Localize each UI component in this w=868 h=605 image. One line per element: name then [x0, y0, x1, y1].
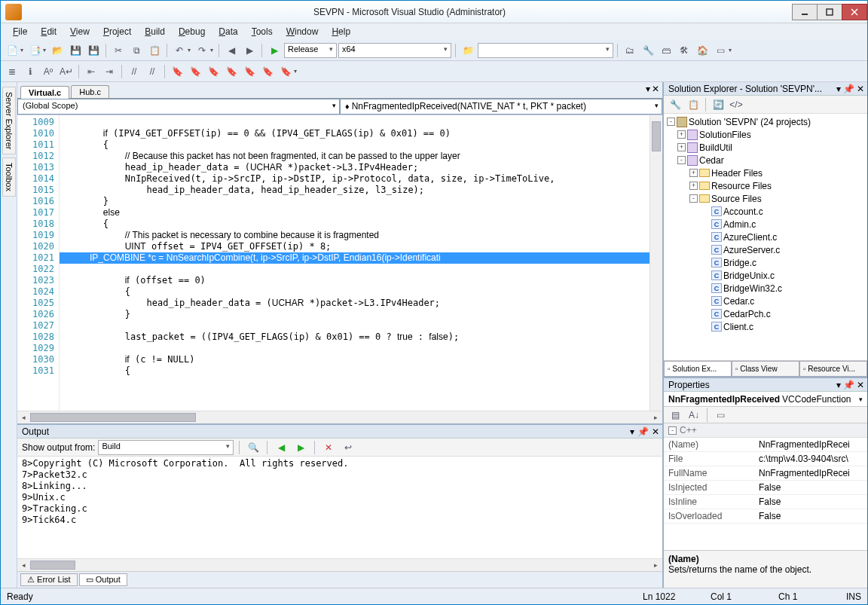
output-pin-icon[interactable]: 📌 [637, 426, 649, 437]
solution-tree[interactable]: -Solution 'SEVPN' (24 projects)+Solution… [664, 114, 867, 360]
object-browser-icon[interactable]: 🗃 [658, 42, 674, 59]
menu-file[interactable]: File [7, 25, 33, 38]
quick-info-icon[interactable]: ℹ [22, 63, 38, 80]
horizontal-scrollbar[interactable]: ◂▸ [17, 411, 662, 423]
output-dropdown-icon[interactable]: ▾ [630, 426, 634, 437]
open-icon[interactable]: 📂 [49, 42, 66, 59]
bookmark-next-folder-icon[interactable]: 🔖 [241, 63, 258, 80]
tree-solution[interactable]: -Solution 'SEVPN' (24 projects) [665, 115, 866, 128]
props-dropdown-icon[interactable]: ▾ [836, 380, 841, 390]
save-all-icon[interactable]: 💾 [85, 42, 102, 59]
toolbox-icon[interactable]: 🛠 [676, 42, 692, 59]
props-close-icon[interactable]: ✕ [857, 380, 864, 390]
bookmark-prev-folder-icon[interactable]: 🔖 [223, 63, 240, 80]
find-in-files-icon[interactable]: 📁 [460, 42, 476, 59]
menu-project[interactable]: Project [97, 25, 137, 38]
copy-icon[interactable]: ⧉ [128, 42, 145, 59]
tree-proj-solutionfiles[interactable]: +SolutionFiles [665, 128, 866, 141]
menu-debug[interactable]: Debug [173, 25, 211, 38]
props-pages-icon[interactable]: ▭ [712, 407, 729, 423]
properties-object-combo[interactable]: NnFragmentedIpReceived VCCodeFunction ▾ [664, 392, 867, 407]
redo-icon[interactable]: ↷ [194, 42, 210, 59]
complete-word-icon[interactable]: A↵ [58, 63, 75, 80]
menu-edit[interactable]: Edit [35, 25, 63, 38]
tree-proj-cedar[interactable]: -Cedar [665, 154, 866, 167]
menu-help[interactable]: Help [326, 25, 356, 38]
bottom-tab-output[interactable]: ▭ Output [79, 573, 127, 586]
prop-row[interactable]: IsInjectedFalse [664, 481, 867, 495]
props-alpha-icon[interactable]: A↓ [686, 407, 702, 423]
right-tab-0[interactable]: ▫ Solution Ex... [664, 361, 732, 377]
active-files-dropdown-icon[interactable]: ▾ [646, 84, 650, 94]
minimize-button[interactable] [792, 4, 818, 20]
se-properties-icon[interactable]: 🔧 [667, 96, 683, 113]
scope-left-combo[interactable]: (Global Scope) [17, 99, 340, 115]
bookmark-prev-icon[interactable]: 🔖 [187, 63, 203, 80]
menu-window[interactable]: Window [280, 25, 325, 38]
toolbox-tab[interactable]: Toolbox [2, 157, 16, 197]
tree-file-cedar-c[interactable]: CCedar.c [665, 295, 866, 307]
right-tab-1[interactable]: ▫ Class View [732, 361, 799, 377]
add-item-icon[interactable]: 📑 [26, 42, 43, 59]
menu-view[interactable]: View [64, 25, 96, 38]
menu-build[interactable]: Build [139, 25, 171, 38]
save-icon[interactable]: 💾 [67, 42, 84, 59]
tree-file-bridge-c[interactable]: CBridge.c [665, 256, 866, 269]
bookmark-next-icon[interactable]: 🔖 [205, 63, 222, 80]
bookmark-clear-icon[interactable]: 🔖 [259, 63, 276, 80]
output-body[interactable]: 8>Copyright (C) Microsoft Corporation. A… [17, 457, 662, 558]
tree-file-azureclient-c[interactable]: CAzureClient.c [665, 231, 866, 243]
platform-combo[interactable]: x64 [338, 43, 451, 58]
code-editor[interactable]: 1009 1010 1011 1012 1013 1014 1015 1016 … [17, 115, 662, 411]
param-info-icon[interactable]: Aº [40, 63, 57, 80]
se-pin-icon[interactable]: 📌 [843, 84, 854, 94]
output-prev-icon[interactable]: ◀ [273, 439, 289, 456]
prop-row[interactable]: IsInlineFalse [664, 495, 867, 509]
comment-icon[interactable]: // [126, 63, 142, 80]
output-find-icon[interactable]: 🔍 [245, 439, 261, 456]
se-close-icon[interactable]: ✕ [857, 84, 864, 94]
output-hscroll[interactable]: ◂▸ [17, 558, 662, 571]
prop-row[interactable]: FullNameNnFragmentedIpRecei [664, 466, 867, 481]
se-show-all-icon[interactable]: 📋 [685, 96, 701, 113]
bookmark-misc-icon[interactable]: 🔖 [277, 63, 294, 80]
start-page-icon[interactable]: 🏠 [694, 42, 711, 59]
vertical-scrollbar[interactable] [649, 115, 662, 411]
bookmark-toggle-icon[interactable]: 🔖 [169, 63, 185, 80]
se-dropdown-icon[interactable]: ▾ [836, 84, 841, 94]
tree-proj-buildutil[interactable]: +BuildUtil [665, 141, 866, 154]
properties-grid[interactable]: -C++(Name)NnFragmentedIpReceiFilec:\tmp\… [664, 423, 867, 550]
props-categorized-icon[interactable]: ▤ [667, 407, 683, 423]
doc-tab-hub-c[interactable]: Hub.c [71, 85, 109, 98]
tree-file-bridgeunix-c[interactable]: CBridgeUnix.c [665, 269, 866, 282]
output-clear-icon[interactable]: ✕ [320, 439, 337, 456]
prop-row[interactable]: IsOverloadedFalse [664, 509, 867, 524]
tree-file-azureserver-c[interactable]: CAzureServer.c [665, 243, 866, 256]
output-from-combo[interactable]: Build [98, 440, 234, 455]
close-button[interactable] [842, 4, 867, 20]
output-wrap-icon[interactable]: ↩ [340, 439, 356, 456]
tree-file-admin-c[interactable]: CAdmin.c [665, 218, 866, 231]
uncomment-icon[interactable]: // [144, 63, 160, 80]
properties-icon[interactable]: 🔧 [640, 42, 656, 59]
decrease-indent-icon[interactable]: ⇤ [83, 63, 99, 80]
prop-row[interactable]: Filec:\tmp\v4.03-9404\src\ [664, 452, 867, 466]
server-explorer-tab[interactable]: Server Explorer [2, 87, 16, 154]
other-windows-icon[interactable]: ▭ [712, 42, 729, 59]
config-combo[interactable]: Release [284, 43, 337, 58]
doc-tab-virtual-c[interactable]: Virtual.c [20, 86, 69, 99]
increase-indent-icon[interactable]: ⇥ [101, 63, 118, 80]
new-project-icon[interactable]: 📄 [4, 42, 20, 59]
close-document-icon[interactable]: ✕ [652, 84, 659, 94]
find-combo[interactable] [478, 43, 613, 58]
props-pin-icon[interactable]: 📌 [843, 380, 854, 390]
tree-folder-resource-files[interactable]: +Resource Files [665, 179, 866, 192]
cut-icon[interactable]: ✂ [110, 42, 127, 59]
tree-file-client-c[interactable]: CClient.c [665, 320, 866, 333]
output-close-icon[interactable]: ✕ [652, 426, 659, 437]
tree-file-cedarpch-c[interactable]: CCedarPch.c [665, 307, 866, 320]
paste-icon[interactable]: 📋 [146, 42, 163, 59]
menu-data[interactable]: Data [212, 25, 243, 38]
navigate-back-icon[interactable]: ◀ [223, 42, 240, 59]
tree-file-bridgewin32-c[interactable]: CBridgeWin32.c [665, 282, 866, 295]
